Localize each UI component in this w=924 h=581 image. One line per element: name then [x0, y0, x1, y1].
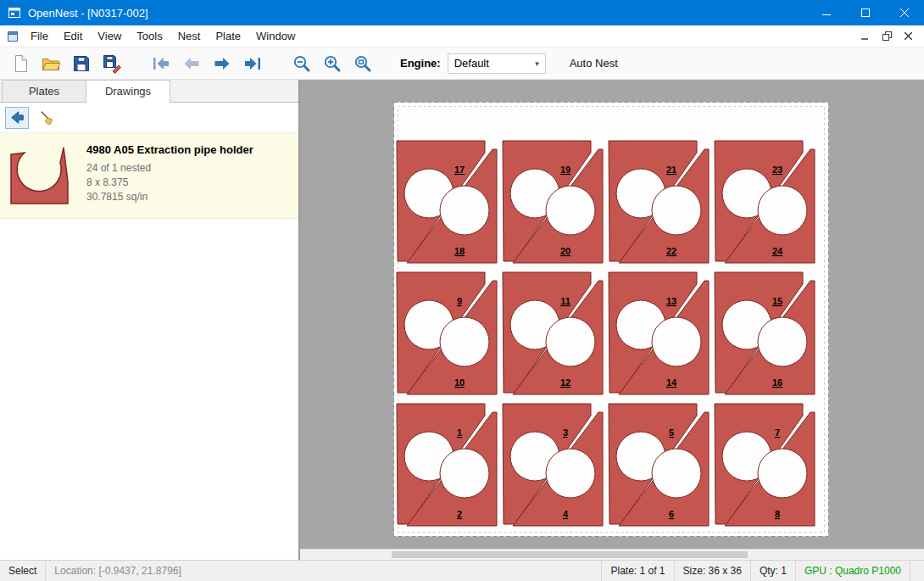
next-plate-button[interactable] — [209, 50, 236, 77]
new-button[interactable] — [7, 50, 34, 77]
plate-container: 171819202122232491011121314151612345678 — [393, 102, 829, 540]
part-notch — [652, 317, 701, 366]
mdi-minimize-button[interactable] — [856, 28, 875, 45]
part-number-label: 2 — [457, 509, 462, 519]
part-number-label: 18 — [454, 246, 465, 256]
document-icon — [6, 30, 19, 43]
part-number-label: 8 — [775, 509, 780, 519]
mdi-restore-icon — [882, 31, 892, 41]
resize-grip[interactable] — [910, 561, 924, 581]
part-notch — [652, 449, 701, 498]
part-number-label: 13 — [666, 296, 676, 306]
menu-item-edit[interactable]: Edit — [56, 26, 90, 46]
drawing-nested-count: 24 of 1 nested — [86, 161, 253, 176]
first-plate-button[interactable] — [148, 50, 175, 77]
zoom-out-button[interactable] — [288, 50, 315, 77]
auto-nest-button[interactable]: Auto Nest — [563, 53, 625, 73]
minimize-button[interactable] — [807, 0, 846, 25]
part-notch — [758, 449, 807, 498]
back-button[interactable] — [5, 107, 29, 129]
drawing-item-text: 4980 A05 Extraction pipe holder 24 of 1 … — [86, 142, 253, 208]
maximize-button[interactable] — [846, 0, 885, 25]
mdi-restore-button[interactable] — [877, 28, 896, 45]
status-qty: Qty: 1 — [751, 561, 795, 581]
zoom-fit-button[interactable] — [349, 50, 376, 77]
part-notch — [546, 317, 595, 366]
app-icon — [8, 6, 21, 20]
last-arrow-icon — [242, 53, 263, 74]
save-as-button[interactable] — [98, 50, 125, 77]
close-button[interactable] — [885, 0, 924, 25]
part-notch — [440, 186, 489, 235]
mdi-close-icon — [905, 32, 912, 40]
zoom-in-button[interactable] — [319, 50, 346, 77]
engine-label: Engine: — [400, 57, 441, 70]
horizontal-scrollbar[interactable] — [300, 549, 924, 560]
drawing-list-item[interactable]: 4980 A05 Extraction pipe holder 24 of 1 … — [0, 133, 298, 219]
minimize-icon — [822, 8, 831, 17]
part-notch — [440, 317, 489, 366]
first-arrow-icon — [151, 53, 171, 74]
part-number-label: 23 — [772, 165, 782, 175]
part-number-label: 3 — [563, 427, 568, 438]
tab-drawings[interactable]: Drawings — [86, 80, 170, 103]
main-area: PlatesDrawings 4980 A05 Extrac — [0, 80, 924, 560]
scrollbar-thumb[interactable] — [392, 551, 748, 558]
part-notch — [758, 317, 807, 366]
open-button[interactable] — [37, 50, 64, 77]
mdi-close-button[interactable] — [899, 28, 917, 45]
part-notch — [546, 449, 595, 498]
open-folder-icon — [41, 53, 61, 74]
close-icon — [900, 8, 909, 17]
mdi-window-buttons — [856, 28, 924, 45]
part-number-label: 6 — [669, 509, 674, 519]
main-toolbar: Engine: Default ▾ Auto Nest — [0, 47, 924, 80]
menu-item-tools[interactable]: Tools — [129, 26, 170, 46]
previous-arrow-icon — [181, 53, 202, 74]
part-number-label: 22 — [666, 246, 676, 256]
previous-plate-button[interactable] — [178, 50, 205, 77]
engine-value: Default — [454, 57, 489, 70]
drawing-title: 4980 A05 Extraction pipe holder — [86, 143, 253, 156]
file-button-group — [5, 50, 127, 77]
status-plate: Plate: 1 of 1 — [602, 561, 673, 581]
menu-item-window[interactable]: Window — [248, 26, 303, 46]
part-number-label: 15 — [772, 296, 782, 306]
plate-nav-group — [146, 50, 268, 77]
maximize-icon — [861, 8, 870, 17]
thumb-part-path — [11, 148, 68, 204]
part-number-label: 19 — [560, 165, 571, 175]
broom-icon — [39, 109, 56, 126]
last-plate-button[interactable] — [239, 50, 266, 77]
status-mode: Select — [0, 561, 45, 581]
part-shape-icon — [8, 142, 72, 207]
part-number-label: 21 — [666, 165, 676, 175]
part-number-label: 12 — [560, 377, 571, 388]
engine-select[interactable]: Default ▾ — [448, 53, 546, 74]
nest-canvas[interactable]: 171819202122232491011121314151612345678 — [300, 80, 924, 560]
part-number-label: 20 — [560, 246, 571, 256]
part-notch — [546, 186, 595, 235]
mdi-minimize-icon — [861, 32, 870, 41]
tab-strip: PlatesDrawings — [0, 80, 298, 103]
drawing-area: 30.7815 sq/in — [86, 190, 253, 204]
part-thumbnail — [7, 142, 73, 208]
new-file-icon — [10, 53, 31, 74]
part-number-label: 24 — [772, 246, 783, 256]
drawings-toolbar — [0, 103, 298, 133]
part-number-label: 14 — [666, 377, 677, 388]
window-title: OpenNest - [N0317-002] — [28, 7, 807, 20]
next-arrow-icon — [212, 53, 232, 74]
status-location: Location: [-0.9437, 21.8796] — [46, 561, 189, 581]
menu-item-view[interactable]: View — [90, 26, 129, 46]
left-panel: PlatesDrawings 4980 A05 Extrac — [0, 80, 298, 560]
menu-item-nest[interactable]: Nest — [170, 26, 209, 46]
clean-button[interactable] — [36, 107, 59, 129]
part-number-label: 4 — [563, 509, 569, 519]
tab-plates[interactable]: Plates — [2, 80, 86, 102]
save-button[interactable] — [68, 50, 95, 77]
part-number-label: 1 — [457, 427, 462, 438]
menu-item-file[interactable]: File — [23, 26, 56, 46]
menu-item-plate[interactable]: Plate — [208, 26, 248, 46]
part-number-label: 10 — [454, 377, 465, 388]
